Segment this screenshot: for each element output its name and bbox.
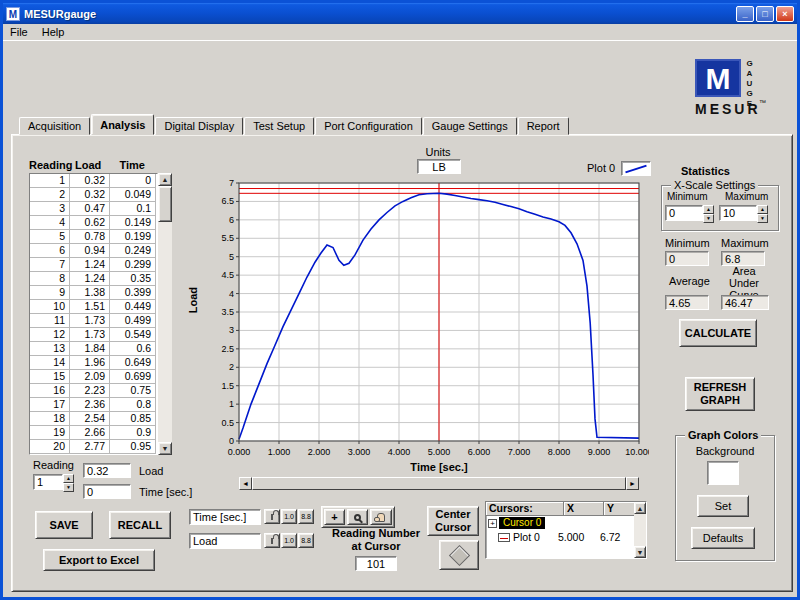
background-color-swatch[interactable]	[707, 461, 739, 485]
svg-text:2.5: 2.5	[221, 344, 234, 354]
svg-text:5: 5	[229, 252, 234, 262]
refresh-graph-button[interactable]: REFRESH GRAPH	[685, 377, 755, 411]
reading-spin-arrows[interactable]: ▲▼	[63, 474, 74, 490]
table-row[interactable]: 131.840.6	[30, 342, 157, 356]
x-axis-lock-icon[interactable]	[264, 509, 280, 524]
stat-area-value: 46.47	[721, 295, 769, 310]
tab-digital-display[interactable]: Digital Display	[155, 117, 243, 135]
table-row[interactable]: 202.770.95	[30, 440, 157, 454]
table-row[interactable]: 121.730.549	[30, 328, 157, 342]
table-cell: 1.73	[70, 314, 110, 328]
x-scrollbar-thumb[interactable]	[252, 477, 626, 490]
analysis-graph[interactable]: Load 0.0001.0002.0003.0004.0005.0006.000…	[183, 177, 653, 501]
table-cell: 0.75	[110, 384, 156, 398]
cursors-scroll-up-icon[interactable]: ▲	[634, 502, 646, 514]
cursor-nav-pad[interactable]	[439, 540, 479, 570]
maximize-button[interactable]: □	[756, 6, 774, 22]
tab-report[interactable]: Report	[518, 117, 569, 135]
graph-plot-area[interactable]: 0.0001.0002.0003.0004.0005.0006.0007.000…	[183, 177, 649, 457]
table-row[interactable]: 81.240.35	[30, 272, 157, 286]
recall-button[interactable]: RECALL	[109, 511, 171, 539]
scrollbar-thumb[interactable]	[158, 186, 172, 222]
pan-tool-icon[interactable]	[370, 509, 392, 525]
svg-text:4: 4	[229, 289, 234, 299]
readings-table-scrollbar[interactable]: ▲ ▼	[158, 173, 172, 455]
table-cell: 0.85	[110, 412, 156, 426]
menu-help[interactable]: Help	[35, 25, 72, 39]
table-row[interactable]: 10.320	[30, 174, 157, 188]
table-row[interactable]: 162.230.75	[30, 384, 157, 398]
x-axis-format-button[interactable]: 1.0	[281, 509, 297, 524]
y-axis-lock-icon[interactable]	[264, 533, 280, 548]
calculate-button[interactable]: CALCULATE	[679, 319, 757, 347]
table-row[interactable]: 192.660.9	[30, 426, 157, 440]
table-cell: 0.47	[70, 202, 110, 216]
x-axis-scale-selector[interactable]: Time [sec.]	[189, 509, 261, 525]
svg-text:1.5: 1.5	[221, 381, 234, 391]
units-selector[interactable]: LB	[417, 159, 461, 174]
set-color-button[interactable]: Set	[697, 495, 749, 517]
export-to-excel-button[interactable]: Export to Excel	[43, 549, 155, 571]
stat-avg-label: Average	[669, 275, 710, 287]
title-bar: M MESURgauge _ □ ×	[3, 3, 797, 24]
tab-port-configuration[interactable]: Port Configuration	[315, 117, 422, 135]
scroll-up-icon[interactable]: ▲	[158, 173, 172, 186]
reading-value[interactable]: 1	[33, 474, 63, 490]
table-row[interactable]: 172.360.8	[30, 398, 157, 412]
table-row[interactable]: 40.620.149	[30, 216, 157, 230]
cursors-scroll-down-icon[interactable]: ▼	[634, 546, 646, 558]
table-cell: 0.549	[110, 328, 156, 342]
mesurgauge-window: M MESURgauge _ □ × FileHelp M GAUGE ™ ME…	[0, 0, 800, 600]
minimize-button[interactable]: _	[736, 6, 754, 22]
cursor-plot-row[interactable]: Plot 0 5.000 6.72	[486, 530, 646, 544]
table-cell: 2	[30, 188, 70, 202]
save-button[interactable]: SAVE	[35, 511, 93, 539]
x-axis-precision-button[interactable]: 8.8	[298, 509, 314, 524]
cursor-row[interactable]: + Cursor 0	[486, 516, 646, 530]
table-row[interactable]: 71.240.299	[30, 258, 157, 272]
tab-gauge-settings[interactable]: Gauge Settings	[423, 117, 517, 135]
table-row[interactable]: 20.320.049	[30, 188, 157, 202]
y-axis-precision-button[interactable]: 8.8	[298, 533, 314, 548]
table-row[interactable]: 141.960.649	[30, 356, 157, 370]
tab-test-setup[interactable]: Test Setup	[244, 117, 314, 135]
plot-legend-sample[interactable]	[621, 161, 651, 176]
cursor-name-chip[interactable]: Cursor 0	[499, 517, 545, 529]
units-label: Units	[403, 146, 473, 158]
graph-x-scrollbar[interactable]: ◄ ►	[239, 477, 639, 490]
tab-acquisition[interactable]: Acquisition	[19, 117, 90, 135]
scroll-right-icon[interactable]: ►	[626, 477, 639, 490]
reading-stepper[interactable]: 1 ▲▼	[33, 474, 74, 490]
xscale-min-stepper[interactable]: 0 ▲▼	[665, 205, 714, 221]
y-axis-scale-selector[interactable]: Load	[189, 533, 261, 549]
tree-expand-icon[interactable]: +	[488, 519, 497, 528]
cursors-scrollbar[interactable]: ▲ ▼	[634, 502, 646, 558]
table-row[interactable]: 152.090.699	[30, 370, 157, 384]
scroll-down-icon[interactable]: ▼	[158, 442, 172, 455]
menu-file[interactable]: File	[3, 25, 35, 39]
tab-analysis[interactable]: Analysis	[91, 114, 154, 135]
cursor-tool-icon[interactable]: +	[324, 509, 345, 525]
table-row[interactable]: 50.780.199	[30, 230, 157, 244]
table-row[interactable]: 101.510.449	[30, 300, 157, 314]
zoom-tool-icon[interactable]	[347, 509, 368, 525]
table-row[interactable]: 30.470.1	[30, 202, 157, 216]
xscale-min-value[interactable]: 0	[665, 205, 703, 221]
table-row[interactable]: 91.380.399	[30, 286, 157, 300]
table-row[interactable]: 182.540.85	[30, 412, 157, 426]
xscale-max-value[interactable]: 10	[719, 205, 757, 221]
table-cell: 1.96	[70, 356, 110, 370]
xscale-max-stepper[interactable]: 10 ▲▼	[719, 205, 768, 221]
xscale-max-arrows[interactable]: ▲▼	[757, 205, 768, 221]
xscale-min-arrows[interactable]: ▲▼	[703, 205, 714, 221]
defaults-button[interactable]: Defaults	[691, 527, 755, 549]
table-row[interactable]: 111.730.499	[30, 314, 157, 328]
cursors-header: Cursors: X Y	[486, 502, 646, 516]
svg-text:1.000: 1.000	[268, 447, 291, 457]
y-axis-format-button[interactable]: 1.0	[281, 533, 297, 548]
tab-strip: AcquisitionAnalysisDigital DisplayTest S…	[19, 114, 570, 135]
scroll-left-icon[interactable]: ◄	[239, 477, 252, 490]
close-button[interactable]: ×	[776, 6, 794, 22]
table-row[interactable]: 60.940.249	[30, 244, 157, 258]
center-cursor-button[interactable]: Center Cursor	[427, 506, 479, 536]
